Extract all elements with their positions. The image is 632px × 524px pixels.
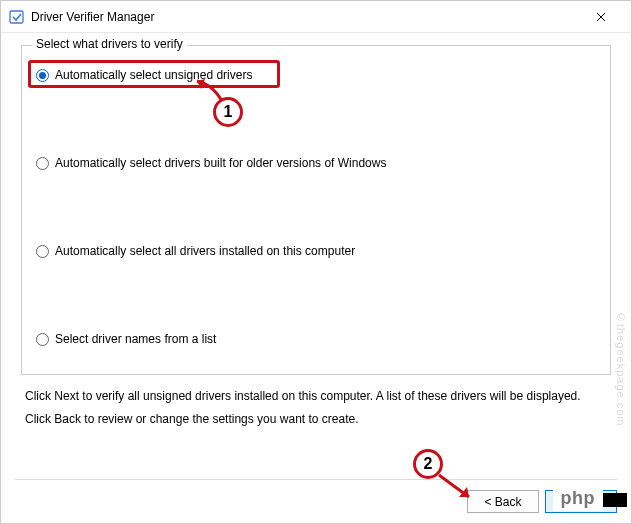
radio-icon	[36, 69, 49, 82]
next-button[interactable]: Next >	[545, 490, 617, 513]
radio-icon	[36, 157, 49, 170]
back-button[interactable]: < Back	[467, 490, 539, 513]
radio-option-unsigned[interactable]: Automatically select unsigned drivers	[36, 68, 596, 82]
dialog-window: Driver Verifier Manager Select what driv…	[0, 0, 632, 524]
radio-label: Automatically select unsigned drivers	[55, 68, 252, 82]
titlebar: Driver Verifier Manager	[1, 1, 631, 33]
annotation-callout-2: 2	[413, 449, 443, 479]
radio-option-older-windows[interactable]: Automatically select drivers built for o…	[36, 156, 596, 170]
radio-option-from-list[interactable]: Select driver names from a list	[36, 332, 596, 346]
close-button[interactable]	[579, 2, 623, 32]
drivers-fieldset: Select what drivers to verify Automatica…	[21, 45, 611, 375]
instructions-text: Click Next to verify all unsigned driver…	[21, 375, 611, 441]
radio-label: Select driver names from a list	[55, 332, 216, 346]
instruction-line: Click Back to review or change the setti…	[25, 408, 607, 431]
radio-label: Automatically select all drivers install…	[55, 244, 355, 258]
radio-label: Automatically select drivers built for o…	[55, 156, 386, 170]
button-bar: < Back Next >	[15, 479, 617, 513]
instruction-line: Click Next to verify all unsigned driver…	[25, 385, 607, 408]
window-title: Driver Verifier Manager	[31, 10, 579, 24]
close-icon	[596, 12, 606, 22]
app-icon	[9, 9, 25, 25]
radio-option-all-drivers[interactable]: Automatically select all drivers install…	[36, 244, 596, 258]
svg-rect-0	[10, 11, 23, 23]
radio-icon	[36, 245, 49, 258]
fieldset-legend: Select what drivers to verify	[32, 37, 187, 51]
content-area: Select what drivers to verify Automatica…	[1, 33, 631, 441]
radio-icon	[36, 333, 49, 346]
